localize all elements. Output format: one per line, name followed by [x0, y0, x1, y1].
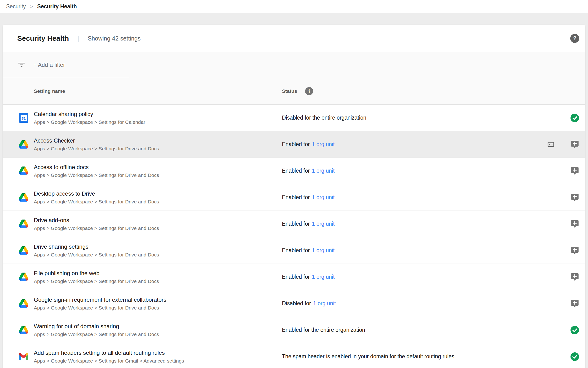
setting-name: Warning for out of domain sharing	[34, 323, 272, 330]
status-text: Enabled for	[282, 247, 310, 254]
assign-org-unit-icon[interactable]	[570, 140, 579, 149]
assign-org-unit-icon[interactable]	[570, 193, 579, 202]
drive-icon	[19, 166, 28, 176]
setting-name: Access Checker	[34, 137, 272, 144]
status-text: Enabled for	[282, 274, 310, 280]
table-row[interactable]: Access CheckerApps > Google Workspace > …	[3, 131, 585, 158]
assign-org-unit-icon[interactable]	[570, 246, 579, 255]
settings-count: Showing 42 settings	[88, 35, 141, 42]
setting-status: Enabled for1 org unit	[282, 168, 570, 174]
status-ok-icon	[570, 352, 579, 361]
setting-status: Enabled for1 org unit	[282, 194, 570, 201]
org-unit-link[interactable]: 1 org unit	[313, 300, 336, 307]
card-header: Security Health | Showing 42 settings ?	[3, 25, 585, 52]
status-text: Enabled for	[282, 168, 310, 174]
table-row[interactable]: Warning for out of domain sharingApps > …	[3, 317, 585, 343]
setting-path: Apps > Google Workspace > Settings for D…	[34, 252, 272, 258]
status-info-icon[interactable]: i	[305, 87, 313, 95]
column-status-label: Status	[282, 88, 297, 94]
table-row[interactable]: Google sign-in requirement for external …	[3, 290, 585, 317]
setting-name-cell: File publishing on the webApps > Google …	[34, 270, 282, 284]
assign-org-unit-icon[interactable]	[570, 166, 579, 175]
setting-name-cell: Google sign-in requirement for external …	[34, 296, 282, 311]
setting-name: Drive sharing settings	[34, 243, 272, 250]
row-actions	[570, 352, 579, 361]
column-status: Status i	[282, 87, 313, 95]
drive-icon	[19, 139, 28, 149]
row-actions	[570, 166, 579, 175]
org-unit-link[interactable]: 1 org unit	[312, 141, 335, 147]
gmail-icon	[19, 352, 28, 361]
assign-org-unit-icon[interactable]	[570, 299, 579, 308]
row-actions	[570, 113, 579, 122]
assign-org-unit-icon[interactable]	[570, 273, 579, 282]
setting-path: Apps > Google Workspace > Settings for G…	[34, 358, 272, 364]
add-filter-button[interactable]: + Add a filter	[33, 62, 65, 68]
setting-name: Google sign-in requirement for external …	[34, 296, 272, 303]
table-row[interactable]: Desktop access to DriveApps > Google Wor…	[3, 184, 585, 211]
setting-name: Add spam headers setting to all default …	[34, 350, 272, 356]
setting-name-cell: Calendar sharing policyApps > Google Wor…	[34, 111, 282, 125]
org-unit-link[interactable]: 1 org unit	[312, 168, 335, 174]
setting-status: Enabled for1 org unit	[282, 141, 547, 147]
org-unit-link[interactable]: 1 org unit	[312, 247, 335, 254]
status-ok-icon	[570, 326, 579, 335]
setting-path: Apps > Google Workspace > Settings for D…	[34, 278, 272, 284]
org-unit-link[interactable]: 1 org unit	[312, 194, 335, 201]
status-ok-icon	[570, 113, 579, 122]
drive-icon	[19, 272, 28, 282]
table-row[interactable]: Add spam headers setting to all default …	[3, 343, 585, 368]
page-title: Security Health	[17, 34, 69, 42]
setting-path: Apps > Google Workspace > Settings for D…	[34, 331, 272, 337]
view-details-icon[interactable]	[547, 141, 555, 148]
table-row[interactable]: Access to offline docsApps > Google Work…	[3, 158, 585, 184]
setting-name-cell: Desktop access to DriveApps > Google Wor…	[34, 190, 282, 205]
drive-icon	[19, 299, 28, 308]
status-text: Disabled for the entire organization	[282, 115, 366, 121]
setting-name: Access to offline docs	[34, 164, 272, 171]
row-actions	[570, 246, 579, 255]
setting-name-cell: Access CheckerApps > Google Workspace > …	[34, 137, 282, 152]
table-row[interactable]: 31Calendar sharing policyApps > Google W…	[3, 105, 585, 131]
breadcrumb: Security > Security Health	[0, 0, 588, 13]
status-text: Disabled for	[282, 300, 311, 307]
setting-status: Enabled for1 org unit	[282, 274, 570, 280]
security-health-card: Security Health | Showing 42 settings ? …	[3, 25, 585, 368]
org-unit-link[interactable]: 1 org unit	[312, 274, 335, 280]
setting-name-cell: Drive add-onsApps > Google Workspace > S…	[34, 217, 282, 231]
org-unit-link[interactable]: 1 org unit	[312, 221, 335, 227]
table-row[interactable]: File publishing on the webApps > Google …	[3, 264, 585, 290]
setting-path: Apps > Google Workspace > Settings for C…	[34, 119, 272, 125]
help-button[interactable]: ?	[570, 34, 579, 43]
row-actions	[570, 299, 579, 308]
setting-path: Apps > Google Workspace > Settings for D…	[34, 199, 272, 205]
assign-org-unit-icon[interactable]	[570, 220, 579, 229]
row-actions	[570, 326, 579, 335]
status-text: The spam header is enabled in your domai…	[282, 353, 454, 360]
setting-path: Apps > Google Workspace > Settings for D…	[34, 225, 272, 231]
breadcrumb-current: Security Health	[37, 3, 77, 10]
table-header: Setting name Status i	[3, 78, 585, 105]
breadcrumb-separator: >	[30, 4, 33, 9]
table-row[interactable]: Drive add-onsApps > Google Workspace > S…	[3, 211, 585, 237]
row-actions	[547, 140, 579, 149]
drive-icon	[19, 246, 28, 255]
status-text: Enabled for	[282, 194, 310, 201]
row-actions	[570, 220, 579, 229]
title-divider: |	[77, 35, 79, 42]
setting-path: Apps > Google Workspace > Settings for D…	[34, 146, 272, 152]
setting-status: The spam header is enabled in your domai…	[282, 353, 570, 360]
table-row[interactable]: Drive sharing settingsApps > Google Work…	[3, 237, 585, 264]
settings-table: 31Calendar sharing policyApps > Google W…	[3, 105, 585, 368]
setting-status: Enabled for1 org unit	[282, 221, 570, 227]
setting-path: Apps > Google Workspace > Settings for D…	[34, 172, 272, 178]
filter-list-icon[interactable]	[17, 61, 26, 69]
setting-name-cell: Add spam headers setting to all default …	[34, 350, 282, 364]
setting-name-cell: Drive sharing settingsApps > Google Work…	[34, 243, 282, 258]
status-text: Enabled for	[282, 221, 310, 227]
setting-name-cell: Access to offline docsApps > Google Work…	[34, 164, 282, 178]
drive-icon	[19, 193, 28, 202]
setting-status: Disabled for1 org unit	[282, 300, 570, 307]
breadcrumb-security[interactable]: Security	[6, 3, 26, 10]
row-actions	[570, 273, 579, 282]
